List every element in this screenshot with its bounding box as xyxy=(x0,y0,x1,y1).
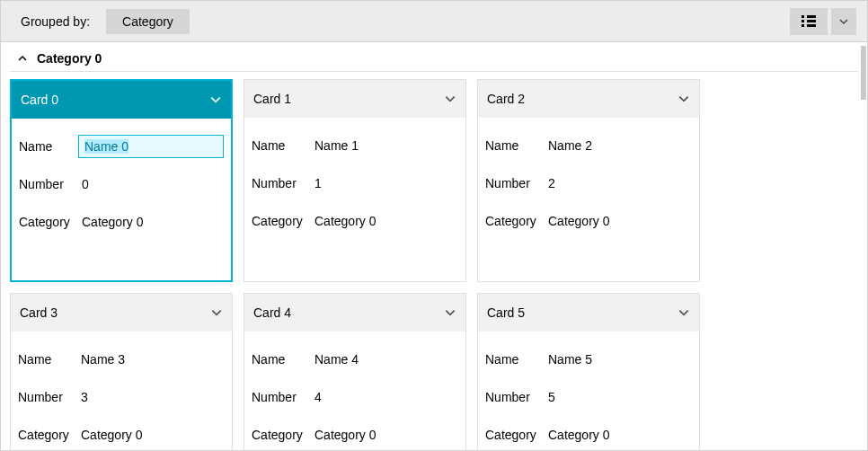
card[interactable]: Card 5 Name Name 5 Number 5 Category Cat… xyxy=(477,293,700,450)
name-value[interactable]: Name 4 xyxy=(311,352,458,367)
category-value[interactable]: Category 0 xyxy=(545,428,692,442)
category-value[interactable]: Category 0 xyxy=(311,214,458,228)
chevron-down-icon[interactable] xyxy=(444,93,456,105)
field-label: Number xyxy=(252,390,311,404)
name-value[interactable]: Name 2 xyxy=(545,138,692,153)
category-value[interactable]: Category 0 xyxy=(311,428,458,442)
card-title: Card 1 xyxy=(253,92,291,106)
group-title: Category 0 xyxy=(37,51,102,66)
scrollbar-thumb[interactable] xyxy=(861,46,866,100)
card[interactable]: Card 2 Name Name 2 Number 2 Category Cat… xyxy=(477,79,700,282)
grouped-by-label: Grouped by: xyxy=(21,14,90,29)
card-title: Card 3 xyxy=(20,305,58,320)
name-value[interactable]: Name 5 xyxy=(545,352,692,367)
category-value[interactable]: Category 0 xyxy=(78,215,224,229)
card-body: Name Name 5 Number 5 Category Category 0 xyxy=(478,332,699,450)
name-value[interactable]: Name 1 xyxy=(311,138,458,153)
field-label: Number xyxy=(19,177,78,191)
card-header[interactable]: Card 1 xyxy=(244,80,465,118)
field-label: Number xyxy=(18,390,77,404)
card-header[interactable]: Card 2 xyxy=(478,80,699,118)
field-label: Number xyxy=(252,176,311,190)
number-value[interactable]: 5 xyxy=(545,390,692,404)
group-divider xyxy=(10,71,858,72)
field-row-number: Number 4 xyxy=(252,378,458,416)
layout-list-button[interactable] xyxy=(790,8,828,35)
card-body: Name Name 4 Number 4 Category Category 0 xyxy=(244,332,465,450)
group-chip[interactable]: Category xyxy=(106,9,190,34)
number-value[interactable]: 2 xyxy=(545,176,692,190)
field-row-category: Category Category 0 xyxy=(485,202,692,240)
content-area: Category 0 Card 0 Name Name 0 Number 0 xyxy=(1,42,867,450)
card-title: Card 4 xyxy=(253,305,291,320)
field-label: Category xyxy=(485,428,545,442)
card-header[interactable]: Card 3 xyxy=(11,294,232,332)
field-label: Name xyxy=(485,352,545,367)
field-row-category: Category Category 0 xyxy=(18,416,225,450)
card-title: Card 0 xyxy=(21,93,58,107)
field-row-category: Category Category 0 xyxy=(252,416,458,450)
field-label: Category xyxy=(252,428,311,442)
cards-container: Card 0 Name Name 0 Number 0 Category Cat… xyxy=(8,79,860,450)
chevron-down-icon[interactable] xyxy=(678,306,690,319)
field-row-name: Name Name 2 xyxy=(485,127,692,164)
layout-dropdown-button[interactable] xyxy=(831,8,856,35)
field-label: Category xyxy=(252,214,311,228)
card[interactable]: Card 0 Name Name 0 Number 0 Category Cat… xyxy=(10,79,233,282)
chevron-up-icon xyxy=(17,53,28,64)
field-label: Name xyxy=(18,352,77,367)
field-row-name: Name Name 5 xyxy=(485,340,692,378)
category-value[interactable]: Category 0 xyxy=(545,214,692,228)
chevron-down-icon xyxy=(838,16,849,27)
number-value[interactable]: 1 xyxy=(311,176,458,190)
card-header[interactable]: Card 5 xyxy=(478,294,699,332)
list-icon xyxy=(802,15,816,28)
chevron-down-icon[interactable] xyxy=(210,306,223,319)
number-value[interactable]: 3 xyxy=(77,390,225,404)
field-label: Number xyxy=(485,390,545,404)
field-label: Category xyxy=(485,214,545,228)
card-body: Name Name 2 Number 2 Category Category 0 xyxy=(478,118,699,252)
field-row-number: Number 3 xyxy=(18,378,225,416)
field-row-category: Category Category 0 xyxy=(485,416,692,450)
name-field-editor[interactable]: Name 0 xyxy=(78,135,224,158)
field-row-category: Category Category 0 xyxy=(19,203,224,241)
field-row-number: Number 5 xyxy=(485,378,692,416)
card-body: Name Name 0 Number 0 Category Category 0 xyxy=(12,119,231,280)
card-body: Name Name 3 Number 3 Category Category 0 xyxy=(11,332,232,450)
field-label: Name xyxy=(19,139,78,154)
category-value[interactable]: Category 0 xyxy=(77,428,225,442)
field-row-number: Number 1 xyxy=(252,164,458,202)
field-label: Category xyxy=(19,215,78,229)
chevron-down-icon[interactable] xyxy=(444,306,456,319)
field-row-number: Number 2 xyxy=(485,164,692,202)
card[interactable]: Card 3 Name Name 3 Number 3 Category Cat… xyxy=(10,293,233,450)
field-row-number: Number 0 xyxy=(19,165,224,203)
name-value[interactable]: Name 3 xyxy=(77,352,225,367)
field-row-name: Name Name 0 xyxy=(19,128,224,165)
field-label: Number xyxy=(485,176,545,190)
card-header[interactable]: Card 0 xyxy=(12,81,231,119)
group-header[interactable]: Category 0 xyxy=(8,42,860,71)
card[interactable]: Card 4 Name Name 4 Number 4 Category Cat… xyxy=(244,293,466,450)
field-label: Name xyxy=(485,138,545,153)
field-label: Name xyxy=(252,352,311,367)
field-row-name: Name Name 4 xyxy=(252,340,458,378)
chevron-down-icon[interactable] xyxy=(678,93,690,105)
card-header[interactable]: Card 4 xyxy=(244,294,465,332)
toolbar: Grouped by: Category xyxy=(1,1,867,42)
field-row-name: Name Name 3 xyxy=(18,340,225,378)
card[interactable]: Card 1 Name Name 1 Number 1 Category Cat… xyxy=(244,79,466,282)
number-value[interactable]: 4 xyxy=(311,390,458,404)
chevron-down-icon[interactable] xyxy=(209,93,222,106)
field-row-name: Name Name 1 xyxy=(252,127,458,164)
number-value[interactable]: 0 xyxy=(78,177,224,191)
field-label: Name xyxy=(252,138,311,153)
field-label: Category xyxy=(18,428,77,442)
card-title: Card 2 xyxy=(487,92,525,106)
card-body: Name Name 1 Number 1 Category Category 0 xyxy=(244,118,465,252)
card-title: Card 5 xyxy=(487,305,525,320)
field-row-category: Category Category 0 xyxy=(252,202,458,240)
